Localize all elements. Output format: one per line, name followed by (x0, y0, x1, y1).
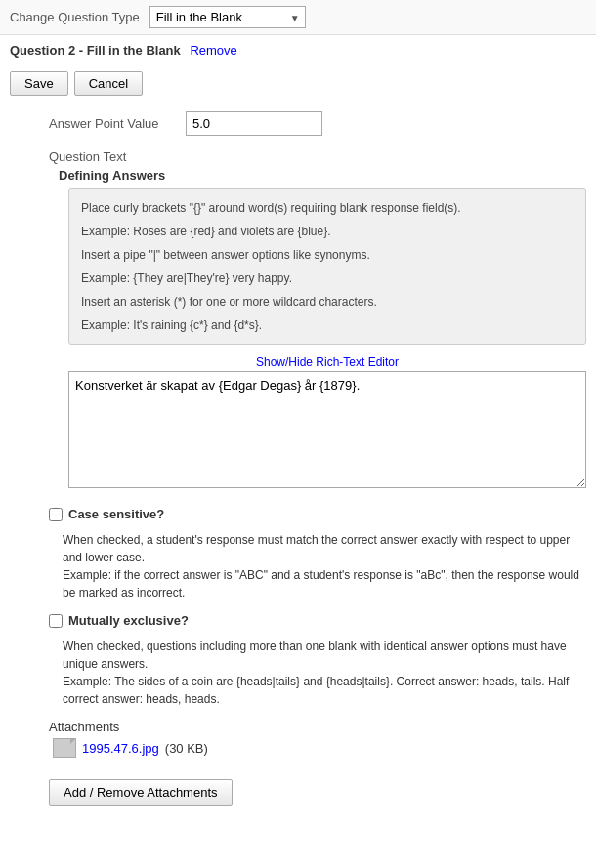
question-text-label: Question Text (0, 145, 596, 166)
save-button[interactable]: Save (10, 71, 68, 96)
instruction-2-example: Example: {They are|They're} very happy. (81, 269, 574, 287)
case-sensitive-checkbox[interactable] (49, 508, 63, 521)
change-question-type-label: Change Question Type (10, 10, 140, 24)
question-header: Question 2 - Fill in the Blank Remove (0, 35, 596, 65)
attachment-item: 1995.47.6.jpg (30 KB) (49, 738, 586, 758)
mutually-exclusive-label: Mutually exclusive? (68, 613, 189, 628)
case-sensitive-label: Case sensitive? (68, 507, 164, 521)
attachments-section: Attachments 1995.47.6.jpg (30 KB) (0, 714, 596, 769)
attachment-size: (30 KB) (165, 741, 208, 756)
answer-point-label: Answer Point Value (49, 116, 176, 131)
mutually-exclusive-section: Mutually exclusive? (0, 607, 596, 638)
question-body-wrapper: Konstverket är skapat av {Edgar Degas} å… (68, 371, 586, 491)
case-sensitive-description: When checked, a student's response must … (0, 531, 596, 607)
question-type-select-wrapper[interactable]: Fill in the BlankMultiple ChoiceTrue/Fal… (149, 6, 306, 28)
cancel-button[interactable]: Cancel (74, 71, 143, 96)
case-sensitive-row: Case sensitive? (49, 507, 586, 521)
file-icon (53, 738, 76, 758)
question-title: Question 2 - Fill in the Blank (10, 43, 181, 58)
question-type-select[interactable]: Fill in the BlankMultiple ChoiceTrue/Fal… (149, 6, 306, 28)
answer-point-input[interactable] (186, 111, 322, 136)
answer-point-row: Answer Point Value (0, 105, 596, 145)
instruction-3-example: Example: It's raining {c*} and {d*s}. (81, 316, 574, 334)
actions-bar: Save Cancel (0, 65, 596, 105)
instruction-1-main: Place curly brackets "{}" around word(s)… (81, 199, 574, 217)
instruction-2-main: Insert a pipe "|" between answer options… (81, 246, 574, 264)
show-hide-link[interactable]: Show/Hide Rich-Text Editor (256, 355, 399, 369)
mutually-exclusive-checkbox[interactable] (49, 614, 63, 628)
defining-answers-header: Defining Answers (0, 166, 596, 188)
add-remove-attachments-button[interactable]: Add / Remove Attachments (49, 779, 233, 806)
instruction-3-main: Insert an asterisk (*) for one or more w… (81, 293, 574, 310)
attachments-label: Attachments (49, 720, 586, 734)
remove-link[interactable]: Remove (190, 43, 236, 58)
mutually-exclusive-description: When checked, questions including more t… (0, 638, 596, 714)
case-sensitive-section: Case sensitive? (0, 501, 596, 531)
top-bar: Change Question Type Fill in the BlankMu… (0, 0, 596, 35)
instruction-1-example: Example: Roses are {red} and violets are… (81, 223, 574, 240)
question-body-textarea[interactable]: Konstverket är skapat av {Edgar Degas} å… (68, 371, 586, 488)
mutually-exclusive-row: Mutually exclusive? (49, 613, 586, 628)
attachment-link[interactable]: 1995.47.6.jpg (82, 741, 159, 756)
defining-answers-info: Place curly brackets "{}" around word(s)… (68, 188, 586, 345)
show-hide-rich-text[interactable]: Show/Hide Rich-Text Editor (68, 354, 586, 369)
